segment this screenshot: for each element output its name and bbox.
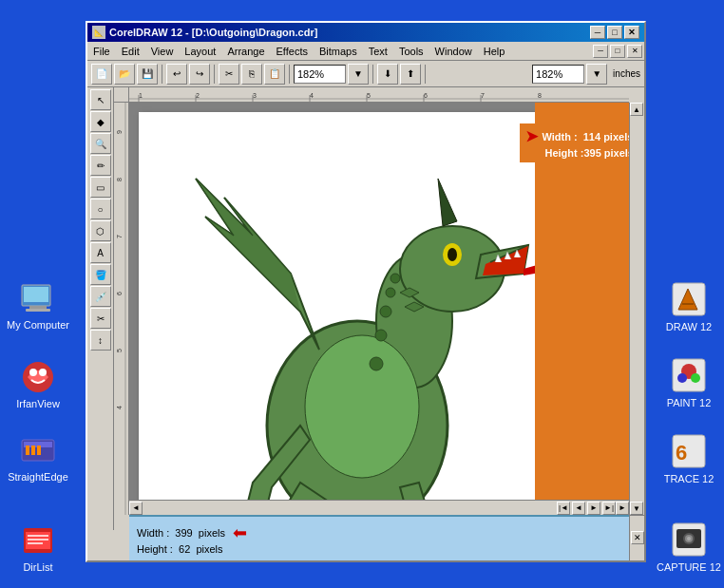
scroll-right-button[interactable]: ► bbox=[616, 502, 629, 515]
info-width-label: Width : bbox=[542, 131, 582, 142]
desktop-icon-my-computer[interactable]: My Computer bbox=[5, 280, 71, 331]
coreldraw-window: 📐 CorelDRAW 12 - [D:\Outgoing\Dragon.cdr… bbox=[86, 21, 646, 562]
svg-text:3: 3 bbox=[253, 92, 257, 99]
polygon-tool[interactable]: ⬡ bbox=[90, 220, 111, 241]
scrollbar-horizontal[interactable]: ◄ |◄ ◄ ► ►| ► bbox=[129, 500, 629, 515]
interactive-tool[interactable]: ↕ bbox=[90, 330, 111, 351]
menu-text[interactable]: Text bbox=[363, 45, 393, 58]
desktop-icon-paint12[interactable]: PAINT 12 bbox=[656, 356, 722, 408]
ellipse-tool[interactable]: ○ bbox=[90, 199, 111, 219]
status-width-unit: pixels bbox=[193, 527, 225, 539]
svg-rect-9 bbox=[26, 446, 29, 455]
menu-bar: File Edit View Layout Arrange Effects Bi… bbox=[87, 42, 644, 61]
new-button[interactable]: 📄 bbox=[91, 64, 112, 85]
scroll-up-button[interactable]: ▲ bbox=[630, 103, 643, 116]
crop-tool[interactable]: ✂ bbox=[90, 308, 111, 329]
zoom-value: 182% bbox=[297, 68, 324, 80]
text-tool[interactable]: A bbox=[90, 242, 111, 263]
menu-file[interactable]: File bbox=[87, 45, 116, 58]
undo-button[interactable]: ↩ bbox=[166, 64, 187, 85]
open-button[interactable]: 📂 bbox=[114, 64, 135, 85]
svg-rect-2 bbox=[29, 306, 47, 309]
svg-point-5 bbox=[29, 369, 37, 376]
shape-tool[interactable]: ◆ bbox=[90, 111, 111, 132]
status-height-unit: pixels bbox=[190, 543, 222, 555]
menu-tools[interactable]: Tools bbox=[393, 45, 429, 58]
svg-text:4: 4 bbox=[116, 406, 123, 409]
zoom-input-2[interactable]: 182% bbox=[532, 65, 584, 84]
svg-text:6: 6 bbox=[676, 441, 687, 465]
cut-button[interactable]: ✂ bbox=[219, 64, 239, 85]
corner-resize bbox=[629, 515, 644, 530]
orange-panel bbox=[535, 103, 644, 521]
title-bar: 📐 CorelDRAW 12 - [D:\Outgoing\Dragon.cdr… bbox=[87, 23, 644, 42]
toolbar-sep-5 bbox=[425, 65, 426, 84]
irfanview-label: IrfanView bbox=[16, 398, 60, 409]
zoom-dropdown[interactable]: ▼ bbox=[348, 64, 369, 85]
svg-point-20 bbox=[677, 373, 687, 383]
toolbar-sep-3 bbox=[289, 65, 290, 84]
dragon-image[interactable] bbox=[139, 112, 538, 530]
desktop-icon-dirlist[interactable]: DirList bbox=[5, 522, 71, 573]
info-width-value: 114 bbox=[583, 131, 600, 142]
menu-arrange[interactable]: Arrange bbox=[221, 45, 270, 58]
export-button[interactable]: ⬆ bbox=[400, 64, 421, 85]
zoom-dropdown-2[interactable]: ▼ bbox=[586, 64, 607, 85]
page-nav-1[interactable]: |◄ bbox=[557, 502, 570, 515]
svg-point-56 bbox=[448, 248, 457, 261]
maximize-button[interactable]: □ bbox=[607, 26, 622, 39]
menu-view[interactable]: View bbox=[145, 45, 180, 58]
status-bar: Width : 399 pixels ⬅ Height : 62 pixels bbox=[129, 515, 629, 560]
minimize-button[interactable]: ─ bbox=[590, 26, 605, 39]
page-nav-3[interactable]: ► bbox=[587, 502, 600, 515]
scroll-down-button[interactable]: ▼ bbox=[630, 502, 643, 515]
paste-button[interactable]: 📋 bbox=[264, 64, 285, 85]
capture12-label: CAPTURE 12 bbox=[657, 561, 721, 573]
corner-button[interactable]: ✕ bbox=[631, 531, 644, 544]
window-title: CorelDRAW 12 - [D:\Outgoing\Dragon.cdr] bbox=[109, 27, 317, 38]
svg-point-58 bbox=[391, 274, 400, 283]
menu-edit[interactable]: Edit bbox=[116, 45, 145, 58]
freehand-tool[interactable]: ✏ bbox=[90, 155, 111, 176]
desktop-icon-trace12[interactable]: 6 TRACE 12 bbox=[656, 432, 722, 484]
draw12-label: DRAW 12 bbox=[666, 321, 713, 332]
menu-effects[interactable]: Effects bbox=[271, 45, 314, 58]
desktop-icon-draw12[interactable]: DRAW 12 bbox=[656, 280, 722, 332]
svg-text:7: 7 bbox=[116, 235, 123, 238]
menu-bitmaps[interactable]: Bitmaps bbox=[314, 45, 363, 58]
svg-text:1: 1 bbox=[139, 92, 143, 99]
copy-button[interactable]: ⎘ bbox=[241, 64, 262, 85]
rectangle-tool[interactable]: ▭ bbox=[90, 177, 111, 198]
main-toolbar: 📄 📂 💾 ↩ ↪ ✂ ⎘ 📋 182% ▼ ⬇ ⬆ 182% ▼ inches bbox=[87, 61, 644, 87]
straightedge-label: StraightEdge bbox=[8, 471, 68, 483]
inner-minimize-button[interactable]: ─ bbox=[593, 45, 608, 58]
close-button[interactable]: ✕ bbox=[624, 26, 639, 39]
desktop-icon-irfanview[interactable]: IrfanView bbox=[5, 359, 71, 409]
desktop-icon-straightedge[interactable]: StraightEdge bbox=[5, 432, 71, 483]
menu-window[interactable]: Window bbox=[429, 45, 478, 58]
zoom-tool[interactable]: 🔍 bbox=[90, 133, 111, 154]
page-nav-2[interactable]: ◄ bbox=[572, 502, 585, 515]
eyedropper-tool[interactable]: 💉 bbox=[90, 286, 111, 307]
svg-point-21 bbox=[691, 373, 700, 383]
ruler-horizontal: 1 2 3 4 5 6 7 8 bbox=[129, 87, 629, 103]
menu-help[interactable]: Help bbox=[478, 45, 511, 58]
scrollbar-vertical[interactable]: ▲ ▼ bbox=[629, 103, 644, 515]
import-button[interactable]: ⬇ bbox=[377, 64, 398, 85]
page-nav-4[interactable]: ►| bbox=[602, 502, 616, 515]
desktop-icon-capture12[interactable]: CAPTURE 12 bbox=[656, 521, 722, 573]
select-tool[interactable]: ↖ bbox=[90, 89, 111, 110]
save-button[interactable]: 💾 bbox=[137, 64, 158, 85]
toolbar-sep-4 bbox=[372, 65, 373, 84]
zoom-input[interactable]: 182% bbox=[294, 65, 346, 84]
redo-button[interactable]: ↪ bbox=[189, 64, 210, 85]
scroll-left-button[interactable]: ◄ bbox=[129, 502, 143, 515]
svg-text:8: 8 bbox=[116, 178, 123, 181]
svg-rect-1 bbox=[24, 287, 48, 302]
menu-layout[interactable]: Layout bbox=[179, 45, 221, 58]
dirlist-label: DirList bbox=[23, 561, 52, 573]
inner-maximize-button[interactable]: □ bbox=[610, 45, 625, 58]
fill-tool[interactable]: 🪣 bbox=[90, 264, 111, 285]
inner-close-button[interactable]: ✕ bbox=[627, 45, 642, 58]
status-height-row: Height : 62 pixels bbox=[137, 543, 629, 555]
